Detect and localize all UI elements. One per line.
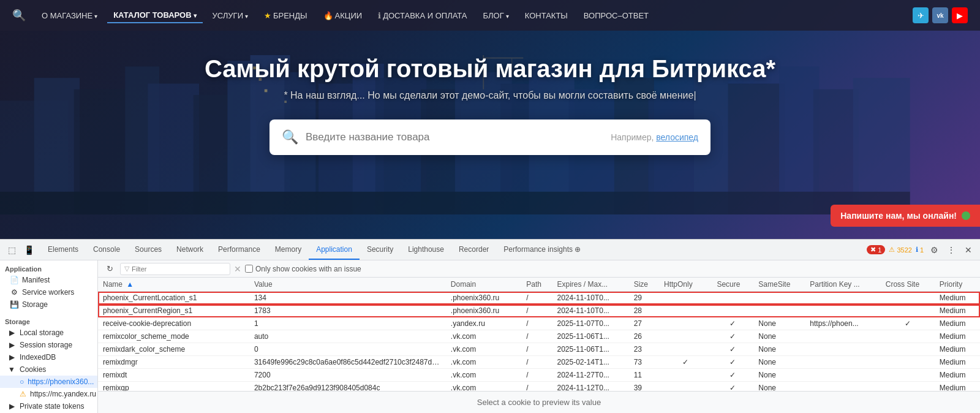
col-domain[interactable]: Domain <box>446 278 521 292</box>
table-row[interactable]: remixgp2b2bc213f7e26a9d9123f908405d084c.… <box>98 382 980 392</box>
devtools-panel: ⬚ 📱 Elements Console Sources Network Per… <box>0 239 980 413</box>
table-row[interactable]: remixcolor_scheme_modeauto.vk.com/2025-1… <box>98 330 980 343</box>
more-options-icon[interactable]: ⋮ <box>944 243 958 257</box>
nav-item-contacts[interactable]: КОНТАКТЫ <box>519 9 574 23</box>
devtools-toolbar-right: ✖ 1 ⚠ 3522 ℹ 1 ⚙ ⋮ ✕ <box>867 243 975 257</box>
nav-item-promo[interactable]: 🔥АКЦИИ <box>317 9 369 23</box>
table-row[interactable]: remixdmgr31649fe996c29c8c0a6ae0f86c5d442… <box>98 356 980 369</box>
close-devtools-icon[interactable]: ✕ <box>962 243 975 257</box>
col-httponly[interactable]: HttpOnly <box>659 278 712 292</box>
sidebar-item-private-tokens[interactable]: ▶ Private state tokens <box>0 400 97 412</box>
col-value[interactable]: Value <box>249 278 446 292</box>
nav-item-delivery[interactable]: ℹДОСТАВКА И ОПЛАТА <box>372 9 473 23</box>
search-hint-link[interactable]: велосипед <box>656 132 698 142</box>
website-preview: 🔍 О МАГАЗИНЕ▾ КАТАЛОГ ТОВАРОВ▾ УСЛУГИ▾ ★… <box>0 0 980 239</box>
devtools-sidebar: Application 📄 Manifest ⚙ Service workers… <box>0 260 98 413</box>
table-row[interactable]: phoenix_CurrentLocation_s1134.phoenix360… <box>98 292 980 305</box>
tab-network[interactable]: Network <box>169 240 211 260</box>
service-workers-icon: ⚙ <box>10 288 18 297</box>
sidebar-group-storage[interactable]: Storage <box>0 316 97 327</box>
search-icon: 🔍 <box>282 129 298 145</box>
sidebar-item-cookies[interactable]: ▼ Cookies <box>0 363 97 376</box>
table-row[interactable]: remixdark_color_scheme0.vk.com/2025-11-0… <box>98 343 980 356</box>
hero-title: Самый крутой готовый магазин для Битрикс… <box>205 55 775 83</box>
tab-recorder[interactable]: Recorder <box>451 240 496 260</box>
nav-item-faq[interactable]: ВОПРОС–ОТВЕТ <box>578 9 655 23</box>
table-row[interactable]: receive-cookie-deprecation1.yandex.ru/20… <box>98 317 980 330</box>
col-path[interactable]: Path <box>521 278 552 292</box>
table-header: Name ▲ Value Domain Path <box>98 278 980 292</box>
nav-item-catalog[interactable]: КАТАЛОГ ТОВАРОВ▾ <box>107 8 202 23</box>
col-partition[interactable]: Partition Key ... <box>805 278 880 292</box>
col-priority[interactable]: Priority <box>935 278 980 292</box>
col-name[interactable]: Name ▲ <box>98 278 249 292</box>
col-secure[interactable]: Secure <box>712 278 753 292</box>
svg-rect-28 <box>0 192 910 214</box>
devtools-icons-left: ⬚ 📱 <box>5 243 36 257</box>
tab-elements[interactable]: Elements <box>40 240 86 260</box>
tab-application[interactable]: Application <box>309 240 360 260</box>
show-issues-label[interactable]: Only show cookies with an issue <box>245 265 361 273</box>
manifest-icon: 📄 <box>10 276 18 284</box>
hero-search-bar[interactable]: 🔍 Например, велосипед <box>270 119 710 155</box>
sidebar-group-application[interactable]: Application <box>0 263 97 274</box>
youtube-icon[interactable]: ▶ <box>952 7 968 23</box>
navigation-bar: 🔍 О МАГАЗИНЕ▾ КАТАЛОГ ТОВАРОВ▾ УСЛУГИ▾ ★… <box>0 0 980 31</box>
col-size[interactable]: Size <box>629 278 659 292</box>
settings-icon[interactable]: ⚙ <box>927 243 941 257</box>
sidebar-item-service-workers[interactable]: ⚙ Service workers <box>0 286 97 298</box>
devtools-main: Application 📄 Manifest ⚙ Service workers… <box>0 260 980 413</box>
cookie-preview-bar: Select a cookie to preview its value <box>98 391 980 413</box>
filter-icon: ▽ <box>124 265 129 273</box>
nav-item-services[interactable]: УСЛУГИ▾ <box>206 9 254 23</box>
tab-performance-insights[interactable]: Performance insights ⊕ <box>496 240 588 260</box>
sidebar-item-local-storage[interactable]: ▶ Local storage <box>0 327 97 339</box>
cookies-toolbar: ↻ ▽ ✕ Only show cookies with an issue <box>98 260 980 278</box>
info-badge: ℹ 1 <box>916 246 924 254</box>
clear-filter-icon[interactable]: ✕ <box>234 264 241 274</box>
col-crosssite[interactable]: Cross Site <box>881 278 935 292</box>
cookies-data-table: Name ▲ Value Domain Path <box>98 278 980 391</box>
tab-memory[interactable]: Memory <box>268 240 309 260</box>
col-expires[interactable]: Expires / Max... <box>552 278 629 292</box>
tab-console[interactable]: Console <box>86 240 127 260</box>
nav-item-about[interactable]: О МАГАЗИНЕ▾ <box>36 9 104 23</box>
device-icon[interactable]: 📱 <box>22 243 36 257</box>
devtools-toolbar: ⬚ 📱 Elements Console Sources Network Per… <box>0 240 980 260</box>
sidebar-item-indexeddb[interactable]: ▶ IndexedDB <box>0 351 97 363</box>
table-row[interactable]: phoenix_CurrentRegion_s11783.phoenix360.… <box>98 305 980 317</box>
col-samesite[interactable]: SameSite <box>753 278 805 292</box>
chat-button[interactable]: Напишите нам, мы онлайн! <box>831 205 980 227</box>
tab-security[interactable]: Security <box>360 240 401 260</box>
nav-search-icon[interactable]: 🔍 <box>12 9 26 22</box>
sidebar-item-yandex[interactable]: ⚠ https://mc.yandex.ru <box>0 388 97 400</box>
show-issues-checkbox[interactable] <box>245 265 253 273</box>
warn-badge: ⚠ 3522 <box>889 246 911 254</box>
devtools-tabs: Elements Console Sources Network Perform… <box>40 240 867 260</box>
sidebar-storage-section: Storage ▶ Local storage ▶ Session storag… <box>0 313 97 413</box>
online-indicator <box>962 211 970 220</box>
inspect-icon[interactable]: ⬚ <box>5 243 18 257</box>
hero-subtitle: * На наш взгляд... Но мы сделали этот де… <box>284 90 696 101</box>
nav-item-blog[interactable]: БЛОГ▾ <box>477 9 515 23</box>
table-row[interactable]: remixdt7200.vk.com/2024-11-27T0...11✓Non… <box>98 369 980 382</box>
search-input[interactable] <box>306 131 605 143</box>
nav-item-brands[interactable]: ★БРЕНДЫ <box>258 9 314 23</box>
cookies-table: Name ▲ Value Domain Path <box>98 278 980 391</box>
tab-sources[interactable]: Sources <box>127 240 169 260</box>
tab-lighthouse[interactable]: Lighthouse <box>401 240 451 260</box>
sidebar-item-manifest[interactable]: 📄 Manifest <box>0 274 97 286</box>
devtools-content: ↻ ▽ ✕ Only show cookies with an issue <box>98 260 980 413</box>
refresh-button[interactable]: ↻ <box>103 262 116 276</box>
filter-input-wrap: ▽ <box>120 263 230 275</box>
telegram-icon[interactable]: ✈ <box>913 7 929 23</box>
sidebar-item-phoenix360[interactable]: ○ https://phoenix360... <box>0 376 97 388</box>
sidebar-application-section: Application 📄 Manifest ⚙ Service workers… <box>0 260 97 313</box>
sidebar-item-storage[interactable]: 💾 Storage <box>0 298 97 311</box>
sidebar-item-session-storage[interactable]: ▶ Session storage <box>0 339 97 351</box>
filter-input[interactable] <box>132 265 226 273</box>
table-body: phoenix_CurrentLocation_s1134.phoenix360… <box>98 292 980 392</box>
tab-performance[interactable]: Performance <box>211 240 268 260</box>
vk-icon[interactable]: vk <box>932 7 948 23</box>
error-badge: ✖ 1 <box>867 245 885 254</box>
